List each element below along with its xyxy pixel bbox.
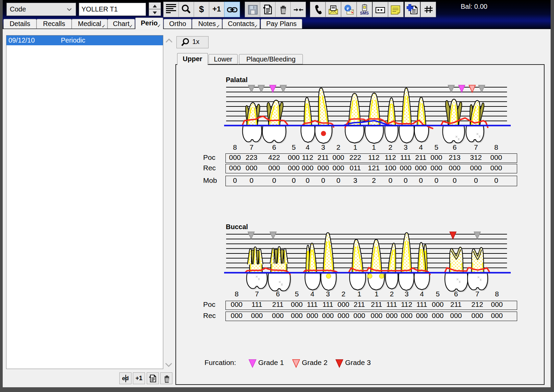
svg-text:SMS: SMS — [360, 11, 369, 15]
svg-text:e: e — [346, 5, 349, 11]
